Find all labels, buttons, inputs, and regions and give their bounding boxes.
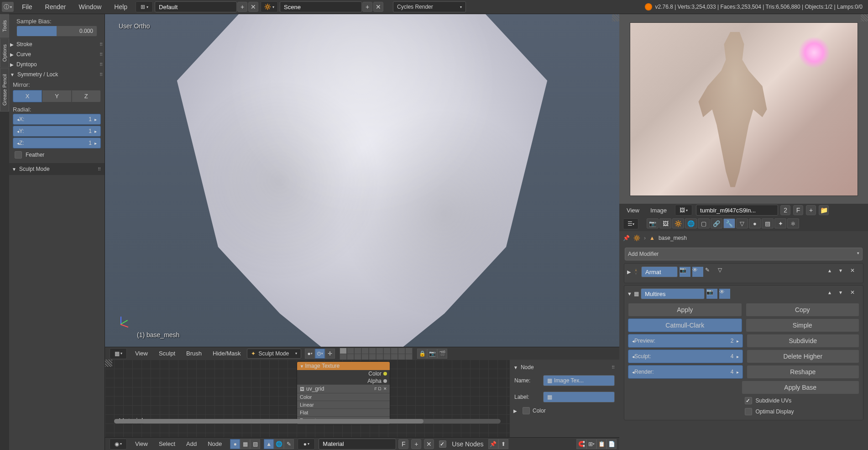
image-fake-user[interactable]: F [793, 205, 803, 215]
node-menu-view[interactable]: View [131, 440, 152, 447]
tab-modifiers[interactable]: 🔧 [723, 218, 735, 228]
menu-file[interactable]: File [16, 0, 39, 13]
node-panel-color[interactable]: ▶Color [512, 405, 617, 416]
apply-button[interactable]: Apply [628, 303, 742, 317]
node-opt-flat[interactable]: Flat [297, 409, 390, 417]
snap-icon[interactable]: 🧲 [576, 439, 586, 449]
optimal-display-checkbox[interactable] [745, 408, 752, 415]
apply-base-button[interactable]: Apply Base [742, 381, 860, 394]
image-add[interactable]: + [806, 205, 816, 215]
mod2-expand[interactable]: ▼ [627, 291, 632, 296]
subdivide-uvs-row[interactable]: Subdivide UVs [739, 395, 861, 406]
copy-button[interactable]: Copy [746, 303, 860, 317]
breadcrumb-object[interactable]: base_mesh [659, 235, 687, 241]
render-preview-icon[interactable]: 📷 [427, 349, 437, 359]
tab-world[interactable]: 🌐 [685, 218, 697, 228]
image-users[interactable]: 2 [780, 205, 790, 215]
mod1-delete[interactable]: ✕ [850, 267, 860, 276]
node-color-checkbox[interactable] [523, 407, 530, 414]
view3d-menu-brush[interactable]: Brush [182, 350, 206, 357]
mod1-move-down[interactable]: ▾ [839, 267, 849, 276]
node-panel-node[interactable]: ▼Node⠿ [512, 362, 617, 372]
panel-dyntopo[interactable]: ▶Dyntopo⠿ [9, 59, 105, 69]
add-scene-button[interactable]: + [362, 2, 372, 12]
tab-data[interactable]: ▽ [736, 218, 748, 228]
node-out-alpha[interactable]: Alpha [297, 377, 390, 385]
node-menu-select[interactable]: Select [154, 440, 180, 447]
image-browse[interactable]: 🖼▾ [675, 205, 692, 216]
tab-grease-pencil[interactable]: Grease Pencil [0, 68, 9, 111]
mod1-render-toggle[interactable]: 📷 [680, 267, 690, 277]
compositor-nodes-icon[interactable]: ▦ [240, 439, 250, 449]
add-layout-button[interactable]: + [237, 2, 247, 12]
view3d-menu-hidemask[interactable]: Hide/Mask [208, 350, 245, 357]
mod2-viewport-toggle[interactable]: 👁 [719, 289, 730, 299]
material-name[interactable]: Material [319, 439, 396, 450]
delete-material[interactable]: ✕ [424, 439, 434, 449]
preview-level[interactable]: ◂Preview:2▸ [628, 334, 743, 348]
node-menu-node[interactable]: Node [203, 440, 226, 447]
lamp-data-icon[interactable]: ✎ [284, 439, 294, 449]
3d-viewport[interactable]: User Ortho (1) base_mesh [105, 14, 619, 347]
subdivide-button[interactable]: Subdivide [747, 334, 860, 348]
feather-row[interactable]: Feather [9, 149, 105, 160]
sculpt-level[interactable]: ◂Sculpt:4▸ [628, 349, 743, 363]
clapperboard-icon[interactable]: 🎬 [437, 349, 447, 359]
mirror-z[interactable]: Z [72, 90, 101, 102]
node-opt-linear[interactable]: Linear [297, 401, 390, 409]
tab-options[interactable]: Options [0, 38, 9, 68]
pin-icon[interactable]: 📌 [488, 439, 498, 449]
subdivide-uvs-checkbox[interactable] [745, 397, 752, 404]
screen-layout-name[interactable]: Default [155, 1, 237, 12]
tab-render-layers[interactable]: 🖼 [659, 218, 671, 228]
go-parent-icon[interactable]: ⬆ [498, 439, 508, 449]
node-name-field[interactable]: ▦Image Tex... [543, 375, 615, 386]
node-menu-add[interactable]: Add [182, 440, 201, 447]
delete-higher-button[interactable]: Delete Higher [747, 349, 860, 363]
node-opt-color[interactable]: Color [297, 393, 390, 401]
image-open[interactable]: 📁 [819, 205, 829, 215]
mod1-cage-toggle[interactable]: ▽ [718, 267, 729, 277]
render-engine-dropdown[interactable]: Cycles Render▾ [393, 1, 466, 12]
node-editor-selector[interactable]: ◉▾ [110, 439, 127, 450]
sample-bias-field[interactable]: 0.000 [16, 26, 97, 37]
mod1-name[interactable]: Armat [641, 266, 678, 277]
add-modifier-dropdown[interactable]: Add Modifier▾ [625, 248, 863, 260]
mirror-y[interactable]: Y [42, 90, 71, 102]
pin-icon[interactable]: 📌 [623, 235, 630, 241]
scene-browse[interactable]: 🔆▾ [261, 1, 278, 12]
image-corner[interactable] [861, 14, 868, 21]
view3d-menu-view[interactable]: View [131, 350, 152, 357]
screen-layout-browse[interactable]: ⊞▾ [136, 1, 153, 12]
feather-checkbox[interactable] [15, 151, 22, 159]
tab-object[interactable]: ▢ [698, 218, 710, 228]
mod2-move-down[interactable]: ▾ [839, 289, 849, 298]
tab-constraints[interactable]: 🔗 [711, 218, 722, 228]
pivot-mode[interactable]: ⊙▾ [315, 349, 325, 359]
mod1-editmode-toggle[interactable]: ✎ [705, 267, 716, 277]
view3d-editor-selector[interactable]: ▦▾ [110, 348, 127, 359]
menu-help[interactable]: Help [108, 0, 134, 13]
area-corner-tr[interactable] [612, 14, 619, 21]
node-image-field[interactable]: 🖼uv_gridF 🗋 ✕ [297, 385, 390, 393]
paste-nodes-icon[interactable]: 📄 [607, 439, 617, 449]
image-menu-image[interactable]: Image [646, 207, 671, 214]
object-data-icon[interactable]: ▲ [264, 439, 274, 449]
panel-symmetry[interactable]: ▼Symmetry / Lock⠿ [9, 69, 105, 79]
radial-z[interactable]: ◂Z:1▸ [13, 138, 101, 148]
use-nodes-checkbox[interactable] [439, 440, 446, 448]
tab-particles[interactable]: ✦ [774, 218, 786, 228]
mod1-viewport-toggle[interactable]: 👁 [692, 267, 703, 277]
texture-nodes-icon[interactable]: ▨ [250, 439, 260, 449]
node-label-field[interactable]: ▦ [543, 392, 615, 402]
shader-nodes-icon[interactable]: ● [230, 439, 240, 449]
radial-x[interactable]: ◂X:1▸ [13, 114, 101, 125]
mod2-delete[interactable]: ✕ [850, 289, 860, 298]
material-browse[interactable]: ●▾ [298, 439, 315, 450]
menu-render[interactable]: Render [39, 0, 73, 13]
tab-texture[interactable]: ▨ [762, 218, 774, 228]
world-data-icon[interactable]: 🌐 [274, 439, 284, 449]
render-level[interactable]: ◂Render:4▸ [628, 365, 743, 379]
mod1-move-up[interactable]: ▴ [828, 267, 838, 276]
view3d-menu-sculpt[interactable]: Sculpt [154, 350, 180, 357]
